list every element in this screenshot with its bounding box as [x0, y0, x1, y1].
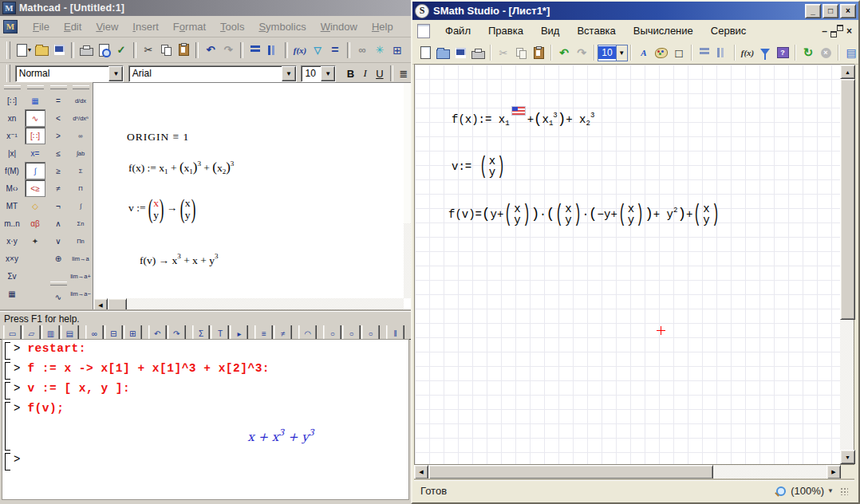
limit-left-icon[interactable]: lim→a− [70, 285, 91, 302]
recalculate-icon[interactable]: ↻ [799, 44, 817, 61]
maple-toolbar-button[interactable]: ◠ [298, 325, 317, 340]
vertical-scroll-track[interactable] [840, 320, 854, 450]
determinant-icon[interactable]: |x| [2, 144, 22, 162]
smath-vertical-scrollbar[interactable]: ▲ ▼ [840, 65, 854, 464]
cut-icon[interactable]: ✂ [140, 41, 157, 59]
insert-hyperlink-icon[interactable]: ∞ [353, 41, 371, 59]
scroll-track[interactable] [127, 298, 404, 312]
menu-item-вставка[interactable]: Вставка [577, 25, 615, 37]
palette-grip[interactable] [50, 85, 67, 89]
greek-toolbar-icon[interactable]: αβ [25, 215, 45, 232]
font-dropdown-icon[interactable]: ▼ [282, 66, 296, 81]
range-sum-icon[interactable]: Σn [70, 215, 91, 232]
insert-filter-icon[interactable] [756, 44, 774, 61]
fv-evaluation[interactable]: f(v) → x3 + x + y3 [140, 252, 218, 267]
resize-grip[interactable] [840, 487, 848, 495]
mathcad-document-icon[interactable]: M [3, 20, 18, 33]
zoom-dropdown-icon[interactable]: ▼ [827, 487, 834, 494]
mdi-minimize-button[interactable]: – [822, 26, 827, 37]
copy-icon[interactable] [512, 44, 530, 61]
inverse-icon[interactable]: x⁻¹ [2, 127, 22, 144]
menu-item-вид[interactable]: Вид [541, 25, 560, 37]
menu-item-edit[interactable]: Edit [64, 21, 81, 33]
boolean-toolbar-icon[interactable]: <≥ [25, 179, 45, 197]
smath-titlebar[interactable]: S SMath Studio - [Лист1*] _ □ × [412, 2, 858, 20]
undo-icon[interactable]: ↶ [555, 44, 573, 61]
derivative-icon[interactable]: d/dx [70, 92, 91, 109]
graph-toolbar-icon[interactable]: ∿ [25, 109, 45, 127]
transpose-icon[interactable]: MT [2, 197, 22, 215]
menu-item-view[interactable]: View [96, 21, 118, 33]
smath-fv-evaluation[interactable]: f(v)=(y+(xy))·((xy)·(−y+(xy))+ y2)+(xy) [448, 202, 720, 227]
maple-toolbar-button[interactable]: ≡ [254, 325, 273, 340]
maple-toolbar-button[interactable]: ▤ [61, 325, 79, 340]
infinity-icon[interactable]: ∞ [70, 127, 91, 144]
horizontal-scrollbar[interactable]: ◀ [93, 298, 404, 312]
menu-item-вычисление[interactable]: Вычисление [633, 25, 693, 37]
menu-item-сервис[interactable]: Сервис [711, 25, 747, 37]
toolbar-grip[interactable] [6, 41, 10, 59]
origin-definition[interactable]: ORIGIN ≡ 1 [127, 131, 189, 144]
mdi-close-button[interactable]: × [846, 26, 852, 37]
mathcad-titlebar[interactable]: M Mathcad - [Untitled:1] [0, 0, 411, 16]
maple-toolbar-button[interactable]: ∞ [85, 325, 104, 340]
indefinite-integral-icon[interactable]: ∫ [70, 197, 91, 215]
style-combobox[interactable]: Normal ▼ [15, 65, 124, 82]
vector-sum-icon[interactable]: Σv [2, 267, 22, 285]
command-input[interactable]: f := x -> x[1] + x[1]^3 + x[2]^3: [27, 362, 270, 375]
font-combobox[interactable]: Arial ▼ [128, 65, 297, 82]
not-equal-icon[interactable]: ≠ [48, 179, 69, 197]
redo-icon[interactable]: ↷ [219, 41, 237, 59]
open-sheet-icon[interactable] [434, 44, 452, 61]
maple-toolbar-button[interactable]: ▸ [230, 325, 248, 340]
menu-item-файл[interactable]: Файл [445, 25, 471, 37]
picture-icon[interactable]: ▦ [2, 285, 22, 302]
font-size-select-icon[interactable]: 10▼ [598, 44, 627, 61]
italic-button[interactable]: I [358, 65, 373, 81]
calculate-icon[interactable]: = [326, 41, 344, 59]
maple-toolbar-button[interactable]: ≠ [274, 325, 292, 340]
print-preview-icon[interactable] [95, 41, 112, 59]
align-across-icon[interactable] [247, 41, 264, 59]
interrupt-icon[interactable]: × [817, 44, 834, 61]
undo-icon[interactable]: ↶ [202, 41, 219, 59]
paste-icon[interactable] [530, 44, 547, 61]
vertical-scroll-thumb[interactable] [840, 79, 855, 320]
palette-grip[interactable] [27, 85, 44, 89]
palette-grip[interactable] [50, 282, 67, 285]
font-size-dropdown-icon[interactable]: ▼ [321, 66, 335, 81]
menu-item-insert[interactable]: Insert [132, 21, 159, 33]
dot-product-icon[interactable]: x·y [2, 232, 22, 250]
xor-icon[interactable]: ⊕ [48, 250, 69, 267]
smath-document-icon[interactable] [417, 24, 430, 38]
command-input[interactable]: restart: [27, 342, 86, 355]
border-icon[interactable]: □ [670, 44, 688, 61]
maple-toolbar-button[interactable]: ▱ [22, 325, 41, 340]
maple-toolbar-button[interactable]: Σ [192, 325, 211, 340]
nth-derivative-icon[interactable]: dⁿ/dxⁿ [70, 109, 91, 127]
copy-icon[interactable] [157, 41, 175, 59]
insert-function-icon[interactable]: f(x) [291, 41, 309, 59]
range-product-icon[interactable]: Πn [70, 232, 91, 250]
spell-check-icon[interactable]: ✓ [112, 41, 130, 59]
align-vertical-icon[interactable] [713, 44, 731, 61]
redo-icon[interactable]: ↷ [573, 44, 590, 61]
bold-button[interactable]: B [343, 65, 357, 81]
zoom-level[interactable]: (100%) [791, 485, 824, 497]
product-icon[interactable]: Π [70, 179, 91, 197]
greater-than-icon[interactable]: > [48, 127, 69, 144]
symbolic-toolbar-icon[interactable]: ✦ [25, 232, 45, 250]
calculus-toolbar-icon[interactable]: ∫ [25, 162, 45, 179]
mathcad-worksheet[interactable]: ORIGIN ≡ 1 f(x) := x1 + (x1)3 + (x2)3 v … [93, 82, 412, 313]
insert-table-icon[interactable]: ⊞ [389, 41, 406, 59]
limit-right-icon[interactable]: lim→a+ [70, 267, 91, 285]
cut-icon[interactable]: ✂ [495, 44, 512, 61]
scroll-right-button[interactable]: ▶ [826, 465, 841, 479]
menu-item-file[interactable]: File [33, 21, 49, 33]
open-file-icon[interactable] [33, 41, 50, 59]
matrix-toolbar-icon[interactable]: [∷] [25, 127, 45, 144]
evaluation-toolbar-icon[interactable]: x= [25, 144, 45, 162]
print-icon[interactable] [77, 41, 95, 59]
less-than-icon[interactable]: < [48, 109, 69, 127]
programming-toolbar-icon[interactable]: ◇ [25, 197, 45, 215]
